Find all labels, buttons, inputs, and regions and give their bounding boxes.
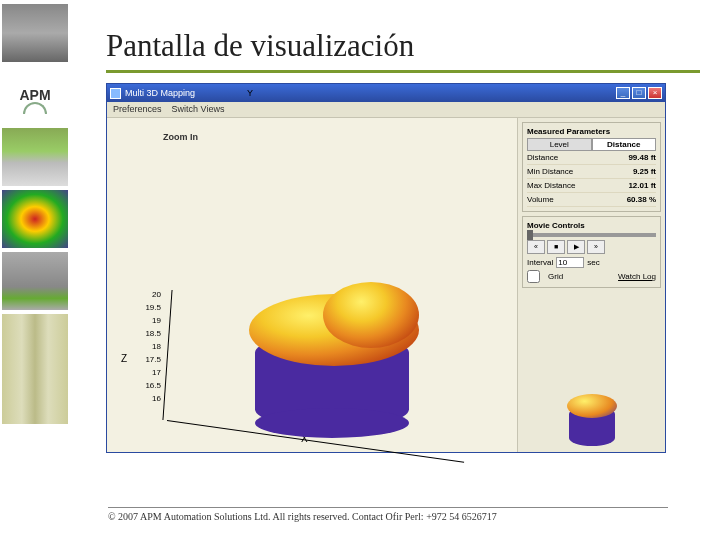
movie-controls-group: Movie Controls « ■ ▶ » Interval sec <box>522 216 661 288</box>
window-title: Multi 3D Mapping <box>125 88 195 98</box>
zoom-in-label[interactable]: Zoom In <box>163 132 198 142</box>
param-distance: Distance99.48 ft <box>527 151 656 165</box>
sidebar-thumbnails: APM <box>0 0 72 540</box>
slide-title: Pantalla de visualización <box>106 28 700 64</box>
logo-text: APM <box>19 87 50 103</box>
close-button[interactable]: × <box>648 87 662 99</box>
slide-footer: © 2007 APM Automation Solutions Ltd. All… <box>108 507 668 522</box>
grid-label: Grid <box>548 272 563 281</box>
tab-distance[interactable]: Distance <box>592 138 657 151</box>
tab-level[interactable]: Level <box>527 138 592 151</box>
movie-controls-title: Movie Controls <box>527 221 656 230</box>
thumb-pipes <box>2 314 68 424</box>
playback-slider[interactable] <box>527 233 656 237</box>
menubar: Preferences Switch Views <box>107 102 665 118</box>
stop-button[interactable]: ■ <box>547 240 565 254</box>
interval-unit: sec <box>587 258 599 267</box>
thumb-roof <box>2 252 68 310</box>
thumb-surface <box>2 190 68 248</box>
forward-button[interactable]: » <box>587 240 605 254</box>
app-window: Multi 3D Mapping _ □ × Preferences Switc… <box>106 83 666 453</box>
play-button[interactable]: ▶ <box>567 240 585 254</box>
bin-3d-render <box>237 268 427 438</box>
interval-input[interactable] <box>556 257 584 268</box>
thumb-silo <box>2 4 68 62</box>
measured-parameters-title: Measured Parameters <box>527 127 656 136</box>
titlebar[interactable]: Multi 3D Mapping _ □ × <box>107 84 665 102</box>
rewind-button[interactable]: « <box>527 240 545 254</box>
side-panel: Measured Parameters Level Distance Dista… <box>517 118 665 452</box>
interval-label: Interval <box>527 258 553 267</box>
y-axis-label: Y <box>247 88 253 98</box>
measured-parameters-group: Measured Parameters Level Distance Dista… <box>522 122 661 212</box>
grid-checkbox[interactable] <box>527 270 540 283</box>
title-rule <box>106 70 700 73</box>
minimize-button[interactable]: _ <box>616 87 630 99</box>
menu-preferences[interactable]: Preferences <box>113 104 162 115</box>
axis-line-z <box>162 290 172 420</box>
menu-switch-views[interactable]: Switch Views <box>172 104 225 115</box>
mini-preview <box>522 292 661 448</box>
param-min-distance: Min Distance9.25 ft <box>527 165 656 179</box>
thumb-sensor <box>2 128 68 186</box>
mini-bin-surface <box>567 394 617 418</box>
maximize-button[interactable]: □ <box>632 87 646 99</box>
surface-dome-2 <box>323 282 419 348</box>
logo-apm: APM <box>2 66 68 124</box>
logo-arc-icon <box>23 102 47 114</box>
z-axis-ticks: 20 19.5 19 18.5 18 17.5 17 16.5 16 <box>135 288 161 405</box>
z-axis-label: Z <box>121 353 127 364</box>
plot-area[interactable]: Zoom In Y 20 19.5 19 18.5 18 17.5 17 16.… <box>107 118 517 452</box>
app-icon <box>110 88 121 99</box>
param-max-distance: Max Distance12.01 ft <box>527 179 656 193</box>
axes-3d: 20 19.5 19 18.5 18 17.5 17 16.5 16 Z X <box>141 178 481 438</box>
watchlog-label[interactable]: Watch Log <box>618 272 656 281</box>
param-volume: Volume60.38 % <box>527 193 656 207</box>
